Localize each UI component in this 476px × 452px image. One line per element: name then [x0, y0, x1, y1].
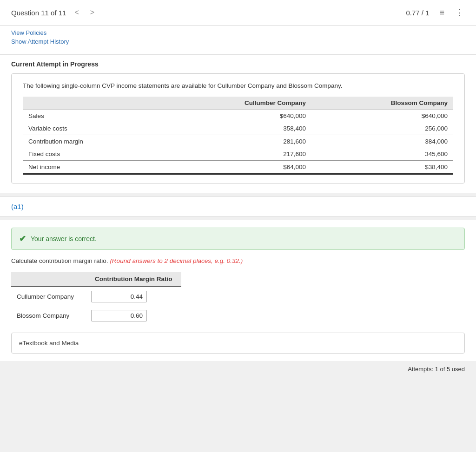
cmr-empty-header	[11, 272, 86, 287]
answer-section: ✔ Your answer is correct. Calculate cont…	[0, 220, 476, 361]
cvp-row-label: Fixed costs	[23, 148, 160, 161]
cmr-row: Blossom Company	[11, 306, 181, 325]
cvp-row-label: Variable costs	[23, 122, 160, 135]
cvp-intro: The following single-column CVP income s…	[23, 82, 453, 89]
cvp-row-col2: $640,000	[311, 110, 453, 123]
instructions-highlight: (Round answers to 2 decimal places, e.g.…	[110, 257, 243, 264]
section-a1-header: (a1)	[0, 197, 476, 216]
cmr-row: Cullumber Company	[11, 287, 181, 306]
cvp-row-col2: 256,000	[311, 122, 453, 135]
cvp-row-label: Sales	[23, 110, 160, 123]
cvp-row-col1: 358,400	[160, 122, 311, 135]
etextbook-section: eTextbook and Media	[11, 333, 465, 354]
score-label: 0.77 / 1	[406, 9, 429, 17]
etextbook-label: eTextbook and Media	[19, 340, 79, 347]
cmr-col-header: Contribution Margin Ratio	[86, 272, 181, 287]
cvp-col2-header: Blossom Company	[311, 97, 453, 110]
prev-button[interactable]: <	[72, 7, 81, 18]
cmr-input[interactable]	[91, 310, 147, 321]
cvp-row-col2: 384,000	[311, 135, 453, 148]
cmr-input[interactable]	[91, 291, 147, 302]
cvp-row: Fixed costs 217,600 345,600	[23, 148, 453, 161]
instructions: Calculate contribution margin ratio. (Ro…	[11, 257, 465, 264]
more-icon-button[interactable]: ⋮	[455, 7, 465, 19]
cmr-row-input-cell	[86, 306, 181, 325]
cmr-row-label: Blossom Company	[11, 306, 86, 325]
cvp-row-label: Net income	[23, 161, 160, 174]
cvp-row-label: Contribution margin	[23, 135, 160, 148]
cvp-row-col1: 217,600	[160, 148, 311, 161]
cvp-row-col2: 345,600	[311, 148, 453, 161]
cvp-row: Net income $64,000 $38,400	[23, 161, 453, 174]
attempts-label: Attempts: 1 of 5 used	[408, 366, 465, 373]
header-right: 0.77 / 1 ≡ ⋮	[406, 7, 465, 19]
correct-banner: ✔ Your answer is correct.	[11, 228, 465, 250]
list-icon-button[interactable]: ≡	[438, 7, 445, 19]
cmr-row-label: Cullumber Company	[11, 287, 86, 306]
header-left: Question 11 of 11 < >	[11, 7, 97, 18]
question-label: Question 11 of 11	[11, 9, 66, 17]
cvp-row-col1: $640,000	[160, 110, 311, 123]
section-a1-label: (a1)	[11, 203, 24, 210]
footer-bar: Attempts: 1 of 5 used	[0, 361, 476, 377]
current-attempt-label: Current Attempt in Progress	[11, 60, 465, 68]
next-button[interactable]: >	[87, 7, 97, 18]
cvp-row: Variable costs 358,400 256,000	[23, 122, 453, 135]
cvp-row-col1: $64,000	[160, 161, 311, 174]
cvp-row: Sales $640,000 $640,000	[23, 110, 453, 123]
correct-text: Your answer is correct.	[31, 235, 97, 242]
cmr-table: Contribution Margin Ratio Cullumber Comp…	[11, 272, 181, 325]
check-icon: ✔	[19, 234, 26, 244]
view-policies-link[interactable]: View Policies	[11, 29, 465, 36]
current-attempt-section: Current Attempt in Progress The followin…	[0, 55, 476, 193]
cvp-table: Cullumber Company Blossom Company Sales …	[23, 97, 453, 175]
show-attempt-history-link[interactable]: Show Attempt History	[11, 38, 465, 45]
cvp-row: Contribution margin 281,600 384,000	[23, 135, 453, 148]
cvp-row-col2: $38,400	[311, 161, 453, 174]
cmr-row-input-cell	[86, 287, 181, 306]
cvp-box: The following single-column CVP income s…	[11, 73, 465, 183]
cvp-col1-header: Cullumber Company	[160, 97, 311, 110]
instructions-main: Calculate contribution margin ratio.	[11, 257, 108, 264]
header: Question 11 of 11 < > 0.77 / 1 ≡ ⋮	[0, 0, 476, 26]
links-section: View Policies Show Attempt History	[0, 26, 476, 55]
cvp-row-col1: 281,600	[160, 135, 311, 148]
